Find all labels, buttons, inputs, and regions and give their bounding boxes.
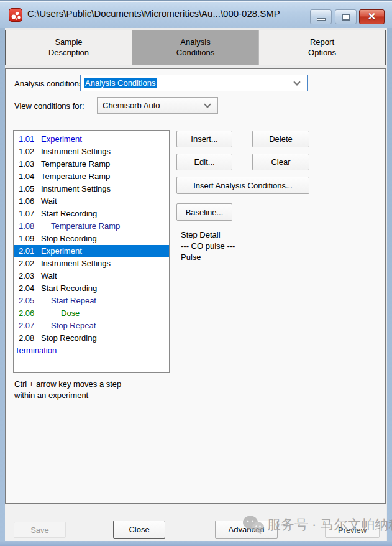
step-number: 1.02 xyxy=(19,146,37,158)
step-label: Start Recording xyxy=(41,282,97,295)
list-item[interactable]: 2.03Wait xyxy=(14,270,169,282)
step-number: 1.03 xyxy=(19,158,37,170)
step-detail-line: --- CO pulse --- xyxy=(181,241,235,252)
titlebar: C:\Users\Public\Documents\Micromeritics\… xyxy=(0,0,392,28)
list-item[interactable]: 2.04Start Recording xyxy=(14,282,169,295)
step-number: 2.06 xyxy=(19,307,37,320)
view-conditions-label: View conditions for: xyxy=(14,101,84,111)
tab-label: Conditions xyxy=(176,48,214,58)
tab-label: Report xyxy=(310,37,334,48)
chevron-down-icon xyxy=(293,78,300,85)
step-number: 1.09 xyxy=(19,233,37,245)
list-item[interactable]: 2.07Stop Repeat xyxy=(14,320,169,332)
analysis-conditions-combobox[interactable]: Analysis Conditions xyxy=(80,75,308,91)
save-button[interactable]: Save xyxy=(14,522,66,538)
step-number: 2.03 xyxy=(19,270,37,282)
step-label: Start Repeat xyxy=(51,295,96,307)
step-number: 2.02 xyxy=(19,257,37,270)
analysis-conditions-label: Analysis conditions: xyxy=(14,79,85,88)
tab-label: Options xyxy=(308,48,336,58)
step-label: Experiment xyxy=(41,245,82,257)
step-number: 1.01 xyxy=(19,133,37,146)
step-label: Instrument Settings xyxy=(41,257,111,270)
edit-button[interactable]: Edit... xyxy=(176,154,232,170)
step-label: Temperature Ramp xyxy=(41,158,110,170)
view-conditions-combobox[interactable]: Chemisorb Auto xyxy=(97,97,218,114)
tab-report-options[interactable]: Report Options xyxy=(259,30,385,65)
list-item[interactable]: 1.02Instrument Settings xyxy=(14,146,169,158)
minimize-button[interactable] xyxy=(310,9,332,24)
step-label: Stop Repeat xyxy=(51,320,96,332)
preview-button[interactable]: Preview xyxy=(325,522,380,538)
maximize-button[interactable] xyxy=(335,9,357,24)
window-frame-bottom xyxy=(0,541,392,546)
step-label: Instrument Settings xyxy=(41,146,111,158)
analysis-conditions-panel: Analysis conditions: Analysis Conditions… xyxy=(5,68,386,504)
insert-button[interactable]: Insert... xyxy=(176,131,232,147)
step-label: Wait xyxy=(41,195,57,208)
list-item[interactable]: 2.02Instrument Settings xyxy=(14,257,169,270)
chevron-down-icon xyxy=(204,101,211,108)
baseline-button[interactable]: Baseline... xyxy=(176,203,232,221)
list-item[interactable]: 2.06Dose xyxy=(14,307,169,320)
step-number: 1.04 xyxy=(19,170,37,183)
step-detail-line: Pulse xyxy=(181,252,235,263)
list-item[interactable]: Termination xyxy=(14,345,169,357)
list-item[interactable]: 1.04Temperature Ramp xyxy=(14,170,169,183)
advanced-button[interactable]: Advanced xyxy=(215,521,278,539)
list-item[interactable]: 1.08Temperature Ramp xyxy=(14,220,169,233)
hint-line: within an experiment xyxy=(14,390,121,401)
step-number: 1.08 xyxy=(19,220,37,233)
step-label: Dose xyxy=(61,307,80,320)
list-item[interactable]: 2.05Start Repeat xyxy=(14,295,169,307)
close-button[interactable]: ✕ xyxy=(359,9,385,24)
maximize-icon xyxy=(342,14,350,21)
step-label: Wait xyxy=(41,270,57,282)
combobox-value: Chemisorb Auto xyxy=(103,101,160,110)
step-label: Termination xyxy=(15,345,57,357)
app-icon xyxy=(9,8,22,22)
list-item[interactable]: 1.07Start Recording xyxy=(14,208,169,220)
list-item[interactable]: 1.01Experiment xyxy=(14,133,169,146)
minimize-icon xyxy=(317,18,326,21)
step-detail: Step Detail --- CO pulse --- Pulse xyxy=(181,229,235,263)
step-number: 1.07 xyxy=(19,208,37,220)
list-item[interactable]: 1.06Wait xyxy=(14,195,169,208)
tab-sample-description[interactable]: Sample Description xyxy=(6,30,132,65)
insert-analysis-conditions-button[interactable]: Insert Analysis Conditions... xyxy=(176,177,309,194)
close-icon: ✕ xyxy=(368,12,376,22)
step-listbox[interactable]: 1.01Experiment1.02Instrument Settings1.0… xyxy=(13,130,170,373)
step-number: 1.05 xyxy=(19,183,37,195)
footer-bar: Save Close Advanced Preview xyxy=(5,504,386,541)
tab-label: Sample xyxy=(55,37,82,48)
tab-analysis-conditions[interactable]: Analysis Conditions xyxy=(132,30,259,65)
clear-button[interactable]: Clear xyxy=(252,154,309,170)
tab-label: Analysis xyxy=(180,37,210,48)
list-item[interactable]: 2.01Experiment xyxy=(14,245,169,257)
hint-line: Ctrl + arrow key moves a step xyxy=(14,379,121,390)
delete-button[interactable]: Delete xyxy=(252,131,309,147)
step-label: Stop Recording xyxy=(41,233,97,245)
step-number: 2.01 xyxy=(19,245,37,257)
tab-label: Description xyxy=(48,48,89,58)
close-dialog-button[interactable]: Close xyxy=(113,521,165,539)
step-label: Experiment xyxy=(41,133,82,146)
list-item[interactable]: 2.08Stop Recording xyxy=(14,332,169,345)
step-label: Temperature Ramp xyxy=(41,170,110,183)
step-label: Start Recording xyxy=(41,208,97,220)
step-label: Instrument Settings xyxy=(41,183,111,195)
list-item[interactable]: 1.03Temperature Ramp xyxy=(14,158,169,170)
step-label: Stop Recording xyxy=(41,332,97,345)
step-number: 1.06 xyxy=(19,195,37,208)
step-number: 2.07 xyxy=(19,320,37,332)
step-label: Temperature Ramp xyxy=(51,220,120,233)
combobox-selected-value: Analysis Conditions xyxy=(84,78,157,88)
step-number: 2.08 xyxy=(19,332,37,345)
list-item[interactable]: 1.09Stop Recording xyxy=(14,233,169,245)
hint-text: Ctrl + arrow key moves a step within an … xyxy=(14,379,121,401)
step-number: 2.05 xyxy=(19,295,37,307)
list-item[interactable]: 1.05Instrument Settings xyxy=(14,183,169,195)
window-title: C:\Users\Public\Documents\Micromeritics\… xyxy=(27,8,280,19)
step-detail-heading: Step Detail xyxy=(181,229,235,241)
tab-bar: Sample Description Analysis Conditions R… xyxy=(5,30,386,65)
